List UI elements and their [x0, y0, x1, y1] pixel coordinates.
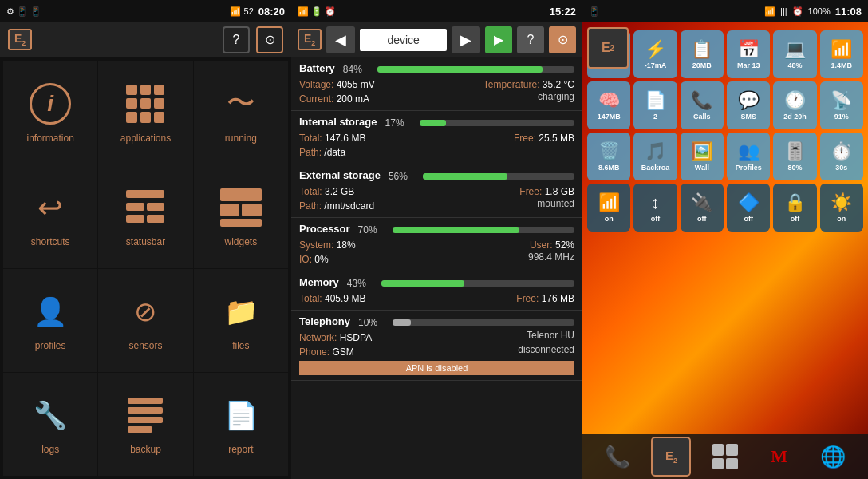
dock-globe[interactable]: 🌐: [813, 437, 853, 477]
tile-wifi2[interactable]: 📡 91%: [820, 81, 863, 129]
tile-calendar[interactable]: 📅 Mar 13: [727, 30, 770, 78]
win-cell-3: [712, 458, 724, 470]
mem-free-label: Free:: [516, 293, 541, 304]
timer-tile-icon: ⏱️: [831, 141, 852, 162]
tile-profiles[interactable]: 👥 Profiles: [727, 133, 770, 180]
clock-tile-label: 2d 20h: [783, 113, 807, 121]
grid-item-report[interactable]: 📄 report: [194, 373, 288, 476]
tile-storage[interactable]: 📋 20MB: [681, 30, 724, 78]
connection-status: disconnected: [518, 344, 574, 358]
copy-tile-label: 2: [653, 113, 657, 121]
win-cell-1: [712, 444, 724, 456]
tile-usb-toggle[interactable]: 🔌 off: [681, 184, 724, 232]
music-tile-icon: 🎵: [645, 141, 666, 162]
tile-music[interactable]: 🎵 Backroa: [633, 133, 677, 180]
cpu-tile-label: 48%: [787, 61, 802, 69]
grid-item-information[interactable]: i information: [3, 61, 97, 164]
timer-tile-label: 30s: [835, 164, 847, 172]
dock-phone[interactable]: 📞: [598, 437, 637, 477]
dock-gmail[interactable]: M: [760, 437, 799, 477]
status-bar-left: ⚙ 📱 📱 📶 52 08:20: [0, 0, 291, 22]
e2-dock-label: E2: [665, 449, 677, 465]
mid-header: E2 ◀ device ▶ ▶ ? ⊙: [291, 22, 582, 57]
ext-total-value: 3.2 GB: [325, 186, 354, 197]
grid-item-running[interactable]: 〜 running: [194, 61, 288, 164]
wifi-icon-right: 📶: [764, 6, 775, 17]
nav-back-button[interactable]: ◀: [326, 26, 355, 53]
grid-item-applications[interactable]: applications: [98, 61, 192, 164]
tile-equalizer[interactable]: 🎚️ 80%: [773, 133, 816, 180]
grid-item-widgets[interactable]: widgets: [194, 164, 288, 267]
status-icons-left: ⚙ 📱 📱: [6, 6, 41, 17]
wall-tile-icon: 🖼️: [691, 141, 712, 162]
battery-bar: [377, 66, 574, 73]
app-grid-row4: 📶 on ↕️ off 🔌 off 🔷 off 🔒 off: [587, 184, 863, 232]
ext-free-value: 1.8 GB: [545, 186, 574, 197]
current-value: 200 mA: [337, 93, 369, 105]
mem-bar: [381, 280, 574, 287]
tile-sms[interactable]: 💬 SMS: [727, 81, 770, 129]
android-right: 📱: [589, 6, 600, 17]
int-total-value: 147.6 MB: [325, 133, 365, 144]
app-grid-row2: 🧠 147MB 📄 2 📞 Calls 💬 SMS 🕐 2d 20: [587, 81, 863, 129]
help-button-left[interactable]: ?: [223, 26, 250, 53]
grid-item-profiles[interactable]: 👤 profiles: [3, 269, 97, 372]
grid-item-sensors[interactable]: ⊘ sensors: [98, 269, 192, 372]
calendar-tile-label: Mar 13: [737, 61, 760, 69]
help-button-mid[interactable]: ?: [517, 26, 544, 53]
calendar-tile-icon: 📅: [738, 39, 760, 60]
settings-button-left[interactable]: ⊙: [256, 26, 283, 53]
current-tile-icon: ⚡: [645, 39, 666, 60]
phone-label: Phone:: [299, 346, 332, 358]
ram-tile-icon: 🧠: [598, 90, 620, 111]
storage-tile-label: 20MB: [692, 61, 712, 69]
tile-ram[interactable]: 🧠 147MB: [587, 81, 630, 129]
status-bar-right: 📱 📶 ||| ⏰ 100% 11:08: [582, 0, 868, 22]
backup-label: backup: [130, 444, 161, 455]
shortcuts-label: shortcuts: [31, 236, 70, 247]
internal-storage-section: Internal storage 17% Total: 147.6 MB Fre…: [291, 111, 582, 164]
wifi-toggle-label: on: [605, 215, 614, 223]
main-content: E2 ? ⊙ i information: [0, 22, 868, 479]
phone-dock-icon: 📞: [605, 445, 630, 469]
tile-lock-toggle[interactable]: 🔒 off: [773, 184, 816, 232]
tile-wifi-toggle[interactable]: 📶 on: [587, 184, 630, 232]
user-value: 52%: [555, 240, 574, 251]
status-bars: ⚙ 📱 📱 📶 52 08:20 📶 🔋 ⏰ 15:22 📱 📶 ||| ⏰ 1…: [0, 0, 868, 22]
play-button[interactable]: ▶: [485, 26, 512, 53]
data-toggle-icon: ↕️: [651, 192, 660, 213]
settings-button-mid[interactable]: ⊙: [549, 26, 576, 53]
int-total-label: Total:: [299, 133, 325, 144]
grid-item-backup[interactable]: backup: [98, 373, 192, 476]
grid-item-logs[interactable]: 🔧 logs: [3, 373, 97, 476]
dock-e2[interactable]: E2: [651, 437, 691, 477]
tile-data-toggle[interactable]: ↕️ off: [633, 184, 677, 232]
applications-label: applications: [120, 133, 171, 144]
tile-wall[interactable]: 🖼️ Wall: [681, 133, 724, 180]
tile-calls[interactable]: 📞 Calls: [681, 81, 724, 129]
grid-item-shortcuts[interactable]: ↩ shortcuts: [3, 164, 97, 267]
nav-forward-button[interactable]: ▶: [452, 26, 480, 53]
mem-total-value: 405.9 MB: [325, 293, 365, 304]
grid-item-statusbar[interactable]: statusbar: [98, 164, 192, 267]
time-left: 08:20: [258, 6, 285, 18]
usb-toggle-icon: 🔌: [691, 192, 712, 213]
tile-timer[interactable]: ⏱️ 30s: [820, 133, 863, 180]
tile-cpu[interactable]: 💻 48%: [773, 30, 816, 78]
dock-windows[interactable]: [705, 437, 745, 477]
tile-clock[interactable]: 🕐 2d 20h: [773, 81, 816, 129]
report-label: report: [228, 444, 253, 455]
mem-pct: 43%: [347, 278, 375, 289]
tile-bt-toggle[interactable]: 🔷 off: [727, 184, 770, 232]
network-tile-label: 1.4MB: [831, 61, 853, 69]
tile-trash[interactable]: 🗑️ 8.6MB: [587, 133, 630, 180]
left-panel: E2 ? ⊙ i information: [0, 22, 291, 479]
tile-brightness-toggle[interactable]: ☀️ on: [820, 184, 863, 232]
ext-mount-status: mounted: [537, 198, 574, 212]
tile-current[interactable]: ⚡ -17mA: [633, 30, 677, 78]
tile-network[interactable]: 📶 1.4MB: [820, 30, 863, 78]
grid-item-files[interactable]: 📁 files: [194, 269, 288, 372]
ext-free-label: Free:: [519, 186, 544, 197]
freq-value: 998.4 MHz: [528, 251, 574, 266]
tile-copy[interactable]: 📄 2: [633, 81, 677, 129]
